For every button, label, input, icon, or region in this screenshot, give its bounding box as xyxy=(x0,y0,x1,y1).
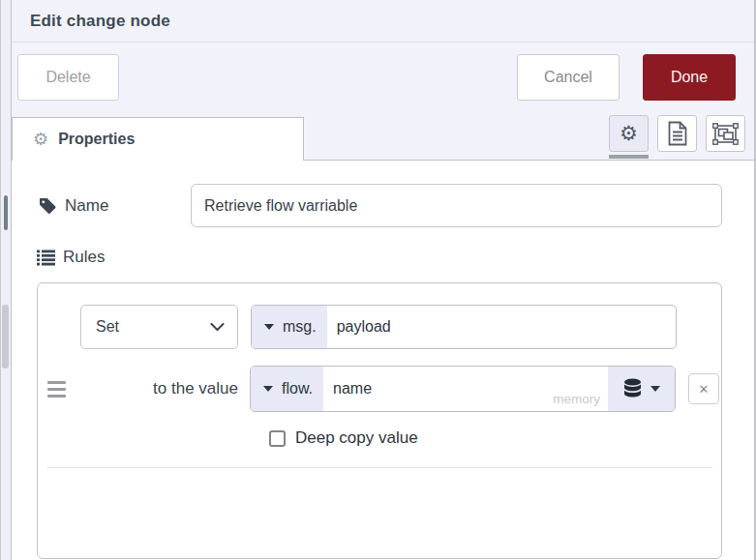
chevron-down-icon xyxy=(210,323,225,332)
value-type-button[interactable]: flow. xyxy=(251,367,323,411)
value-typed-input: flow. memory xyxy=(250,366,676,412)
dialog-title: Edit change node xyxy=(30,12,170,31)
caret-down-icon xyxy=(264,324,274,330)
workspace-scrollbar-thumb[interactable] xyxy=(2,305,9,368)
target-typed-input: msg. xyxy=(251,305,677,349)
document-icon xyxy=(668,121,687,146)
remove-rule-button[interactable]: ✕ xyxy=(688,373,719,404)
rule-action-value: Set xyxy=(96,318,119,336)
tab-properties[interactable]: ⚙ Properties xyxy=(12,117,304,161)
rules-section-label: Rules xyxy=(37,248,105,267)
value-type-label: flow. xyxy=(282,380,313,398)
node-red-edit-dialog: Edit change node Delete Cancel Done ⚙ Pr… xyxy=(0,0,756,560)
context-store-button[interactable] xyxy=(608,367,675,411)
rule-target-row: Set msg. xyxy=(80,305,677,349)
tray-toolbar: Delete Cancel Done xyxy=(12,43,754,111)
name-field-row: Name xyxy=(39,184,722,227)
caret-down-icon xyxy=(263,386,273,392)
done-button[interactable]: Done xyxy=(643,54,736,101)
appearance-view-button[interactable] xyxy=(706,115,745,152)
rule-action-select[interactable]: Set xyxy=(80,305,238,349)
list-icon xyxy=(37,250,55,266)
rule-separator xyxy=(47,467,712,468)
target-property-input[interactable] xyxy=(327,306,676,348)
properties-view-button[interactable]: ⚙ xyxy=(609,115,649,152)
handle-bar xyxy=(47,381,66,384)
deep-copy-row: Deep copy value xyxy=(269,428,418,448)
handle-bar xyxy=(47,395,66,398)
background-node-sliver xyxy=(4,195,8,230)
description-view-button[interactable] xyxy=(657,115,697,152)
handle-bar xyxy=(47,388,66,391)
edit-tray: Edit change node Delete Cancel Done ⚙ Pr… xyxy=(12,0,756,560)
drag-handle-icon[interactable] xyxy=(47,377,66,401)
tray-header: Edit change node xyxy=(12,0,754,43)
target-type-label: msg. xyxy=(283,318,317,336)
rule-value-row: to the value flow. memory xyxy=(47,366,719,412)
deep-copy-label: Deep copy value xyxy=(295,428,418,448)
deep-copy-checkbox[interactable] xyxy=(269,430,286,447)
tray-tab-bar: ⚙ Properties ⚙ xyxy=(12,111,754,161)
database-icon xyxy=(622,378,643,399)
rules-label-text: Rules xyxy=(63,248,105,267)
to-the-value-label: to the value xyxy=(66,379,250,398)
value-property-input[interactable] xyxy=(323,367,608,411)
delete-button[interactable]: Delete xyxy=(17,54,119,101)
name-label-text: Name xyxy=(65,196,108,216)
tag-icon xyxy=(39,197,56,215)
gear-icon: ⚙ xyxy=(33,131,48,148)
object-group-icon xyxy=(712,123,739,145)
name-input[interactable] xyxy=(191,184,722,227)
tray-view-buttons: ⚙ xyxy=(609,115,745,152)
cancel-button[interactable]: Cancel xyxy=(517,54,620,101)
rule-list-item: Set msg. xyxy=(37,282,722,559)
workspace-edge xyxy=(1,0,12,560)
name-field-label: Name xyxy=(39,196,191,216)
tray-content: Name Rules Set xyxy=(12,161,754,560)
tab-properties-label: Properties xyxy=(58,131,135,148)
close-icon: ✕ xyxy=(699,382,710,397)
gear-icon: ⚙ xyxy=(620,124,638,144)
caret-down-icon xyxy=(650,386,660,392)
target-type-button[interactable]: msg. xyxy=(252,306,327,348)
